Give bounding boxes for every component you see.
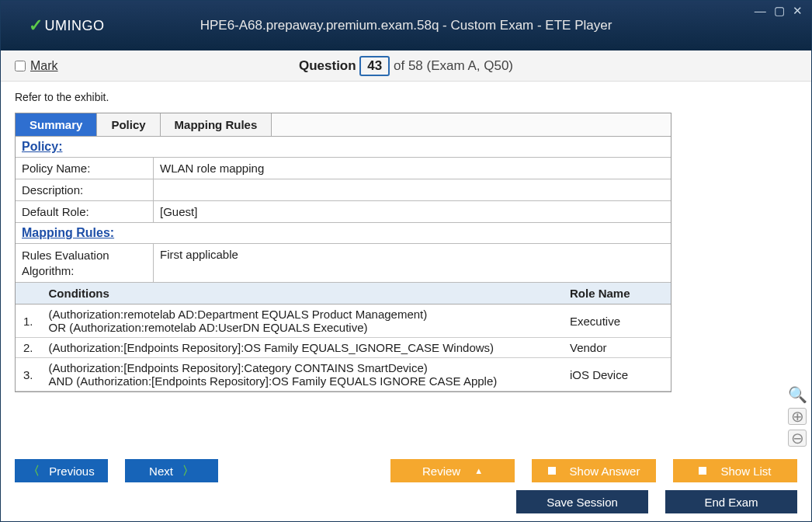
rule-cond-1: (Authorization:remotelab AD:Department E… [41,304,562,338]
question-counter: Question 43 of 58 (Exam A, Q50) [1,56,811,76]
rule-role-1: Executive [562,304,671,338]
triangle-up-icon: ▲ [474,466,483,475]
label-description: Description: [16,179,154,200]
label-policy-name: Policy Name: [16,158,154,179]
rule-num-2: 2. [16,338,41,358]
square-icon [548,467,556,475]
row-default-role: Default Role: [Guest] [16,201,671,223]
square-icon [699,467,706,475]
check-icon: ✓ [29,16,43,36]
rule-cond-3: (Authorization:[Endpoints Repository]:Ca… [41,358,562,392]
logo: ✓ UMINGO [29,16,105,36]
show-list-button[interactable]: Show List [673,459,797,482]
tab-mapping-rules[interactable]: Mapping Rules [161,113,272,136]
button-bar-1: 〈 Previous Next 〉 Review ▲ Show Answer S… [1,454,811,485]
app-window: ✓ UMINGO HPE6-A68.prepaway.premium.exam.… [0,0,812,522]
next-button[interactable]: Next 〉 [125,459,218,482]
label-algorithm: Rules Evaluation Algorithm: [16,244,154,282]
row-algorithm: Rules Evaluation Algorithm: First applic… [16,244,671,283]
refer-text: Refer to the exhibit. [15,91,797,103]
window-controls[interactable]: — ▢ ✕ [755,4,805,18]
question-word: Question [299,58,356,73]
zoom-in-button[interactable]: ⊕ [788,408,807,425]
rule-num-1: 1. [16,304,41,338]
chevron-left-icon: 〈 [28,464,40,478]
header-role-name: Role Name [562,283,671,304]
titlebar: ✓ UMINGO HPE6-A68.prepaway.premium.exam.… [1,1,811,50]
zoom-controls: 🔍 ⊕ ⊖ [788,386,807,447]
previous-button[interactable]: 〈 Previous [15,459,108,482]
rule-role-3: iOS Device [562,358,671,392]
section-rules-header: Mapping Rules: [16,223,671,244]
tab-policy[interactable]: Policy [97,113,160,136]
table-row: 2. (Authorization:[Endpoints Repository]… [16,338,671,358]
value-policy-name: WLAN role mapping [154,158,671,179]
window-title: HPE6-A68.prepaway.premium.exam.58q - Cus… [1,18,811,33]
save-session-button[interactable]: Save Session [516,490,648,513]
rule-role-2: Vendor [562,338,671,358]
row-description: Description: [16,179,671,201]
button-bar-2: Save Session End Exam [1,485,811,521]
magnifier-icon: 🔍 [788,386,807,403]
chevron-right-icon: 〉 [182,464,194,478]
review-label: Review [422,465,460,478]
next-label: Next [149,465,173,478]
label-default-role: Default Role: [16,201,154,222]
zoom-out-button[interactable]: ⊖ [788,430,807,447]
exhibit-panel: Summary Policy Mapping Rules Policy: Pol… [15,113,671,392]
table-row: 1. (Authorization:remotelab AD:Departmen… [16,304,671,338]
show-answer-label: Show Answer [570,465,640,478]
question-rest: of 58 (Exam A, Q50) [394,58,513,73]
previous-label: Previous [49,465,94,478]
value-algorithm: First applicable [154,244,671,282]
tab-summary[interactable]: Summary [16,113,97,136]
value-description [154,179,671,200]
table-row: 3. (Authorization:[Endpoints Repository]… [16,358,671,392]
rule-num-3: 3. [16,358,41,392]
show-list-label: Show List [720,465,771,478]
review-button[interactable]: Review ▲ [390,459,515,482]
exhibit-tabs: Summary Policy Mapping Rules [16,113,671,137]
rule-cond-2: (Authorization:[Endpoints Repository]:OS… [41,338,562,358]
header-conditions: Conditions [41,283,562,304]
value-default-role: [Guest] [154,201,671,222]
question-number: 43 [359,56,390,76]
logo-text: UMINGO [45,18,105,34]
question-header: Mark Question 43 of 58 (Exam A, Q50) [1,50,811,82]
end-exam-button[interactable]: End Exam [665,490,797,513]
section-policy-header: Policy: [16,137,671,158]
content-area: Refer to the exhibit. Summary Policy Map… [1,82,811,454]
show-answer-button[interactable]: Show Answer [532,459,656,482]
row-policy-name: Policy Name: WLAN role mapping [16,158,671,179]
rules-table: Conditions Role Name 1. (Authorization:r… [16,283,671,392]
